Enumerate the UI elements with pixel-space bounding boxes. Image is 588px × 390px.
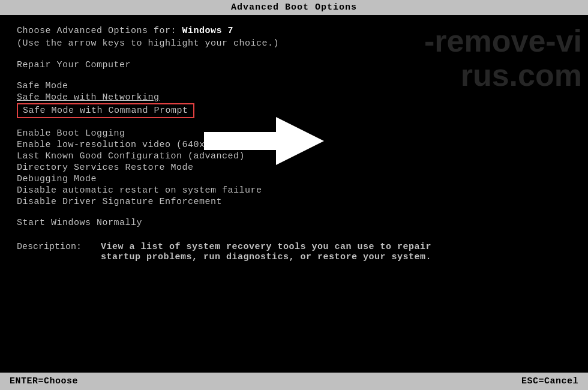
arrow-indicator bbox=[204, 117, 324, 168]
menu-repair[interactable]: Repair Your Computer bbox=[17, 59, 571, 71]
bottom-bar: ENTER=Choose ESC=Cancel bbox=[0, 373, 588, 390]
menu-disable-driver[interactable]: Disable Driver Signature Enforcement bbox=[17, 196, 571, 208]
windows-version: Windows 7 bbox=[182, 26, 234, 36]
desc-line2: startup problems, run diagnostics, or re… bbox=[101, 252, 571, 262]
menu-debug[interactable]: Debugging Mode bbox=[17, 173, 571, 185]
description-area: Description: View a list of system recov… bbox=[17, 242, 571, 262]
menu-disable-restart[interactable]: Disable automatic restart on system fail… bbox=[17, 185, 571, 196]
intro-prefix: Choose Advanced Options for: bbox=[17, 26, 182, 36]
intro-line2: (Use the arrow keys to highlight your ch… bbox=[17, 38, 571, 49]
menu-start-normally[interactable]: Start Windows Normally bbox=[17, 217, 571, 229]
menu-safe-mode[interactable]: Safe Mode bbox=[17, 80, 571, 92]
desc-label: Description: bbox=[17, 242, 101, 252]
description-row1: Description: View a list of system recov… bbox=[17, 242, 571, 252]
title-text: Advanced Boot Options bbox=[231, 2, 357, 13]
intro-line1: Choose Advanced Options for: Windows 7 bbox=[17, 26, 571, 36]
esc-label: ESC=Cancel bbox=[521, 376, 578, 386]
menu-safe-mode-cmd[interactable]: Safe Mode with Command Prompt bbox=[17, 103, 194, 118]
svg-marker-0 bbox=[204, 117, 324, 165]
desc-line1: View a list of system recovery tools you… bbox=[101, 242, 431, 252]
enter-label: ENTER=Choose bbox=[10, 376, 78, 386]
menu-safe-mode-networking[interactable]: Safe Mode with Networking bbox=[17, 92, 571, 103]
title-bar: Advanced Boot Options bbox=[0, 0, 588, 15]
